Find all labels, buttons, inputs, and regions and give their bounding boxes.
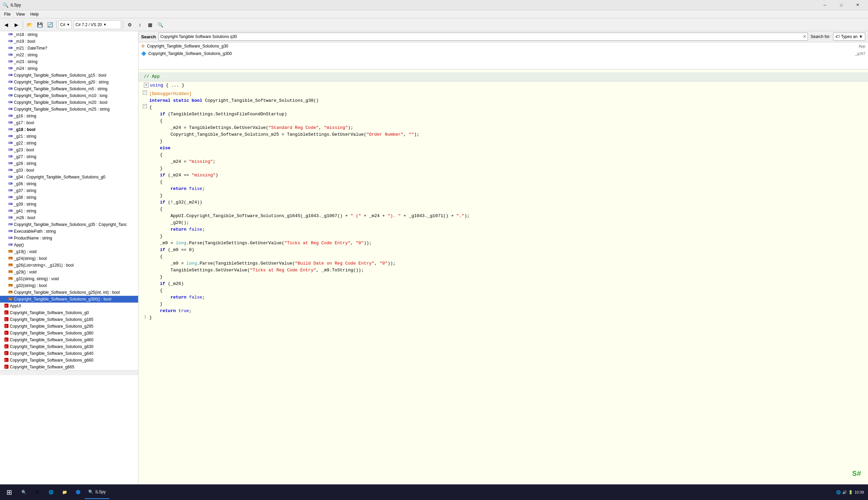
search-clear-button[interactable]: ✕ (803, 34, 806, 39)
tree-item-24[interactable]: _g38 : string (0, 194, 138, 201)
collapse-button-3[interactable]: − (143, 104, 147, 108)
tree-item-29[interactable]: ExecutablePath : string (0, 228, 138, 235)
tree-item-10[interactable]: Copyright_Tangible_Software_Solutions_m2… (0, 99, 138, 106)
tree-item-8[interactable]: Copyright_Tangible_Software_Solutions_m5… (0, 86, 138, 92)
tray-network: 🌐 (836, 490, 841, 495)
tree-item-40[interactable]: CAppUI (0, 303, 138, 309)
tree-item-1[interactable]: _m19 : bool (0, 38, 138, 45)
tree-item-2[interactable]: _m21 : DateTime? (0, 45, 138, 52)
search-result-1[interactable]: 🔷 Copyright_Tangible_Software_Solutions_… (138, 50, 868, 57)
tree-item-26[interactable]: _g41 : string (0, 208, 138, 214)
taskbar-ilspy[interactable]: 🔍 ILSpy (85, 486, 109, 499)
tree-item-25[interactable]: _g39 : string (0, 201, 138, 208)
tree-item-32[interactable]: m_g19() : void (0, 248, 138, 255)
code-using-line: + using { ... } (138, 81, 868, 90)
tree-item-47[interactable]: CCopyright_Tangible_Software_Solutions_g… (0, 350, 138, 357)
tree-item-36[interactable]: m_g31(string, string) : void (0, 275, 138, 282)
forward-button[interactable]: ▶ (12, 20, 21, 30)
tree-item-31[interactable]: App() (0, 241, 138, 248)
tree-item-39[interactable]: mCopyright_Tangible_Software_Solutions_g… (0, 296, 138, 303)
tree-item-45[interactable]: CCopyright_Tangible_Software_Solutions_g… (0, 337, 138, 343)
version-selector[interactable]: C# 7.2 / VS 20 ▼ (74, 20, 121, 29)
h-scrollbar[interactable] (0, 371, 138, 375)
tree-item-18[interactable]: _g27 : string (0, 153, 138, 160)
tree-item-33[interactable]: m_g24(string) : bool (0, 255, 138, 262)
taskbar-search[interactable]: 🔍 (17, 486, 31, 499)
field-icon-0 (8, 32, 13, 38)
tree-item-22[interactable]: _g36 : string (0, 181, 138, 187)
tree-item-11[interactable]: Copyright_Tangible_Software_Solutions_m2… (0, 106, 138, 113)
menu-file[interactable]: File (1, 10, 13, 18)
taskbar-file-explorer[interactable]: 📁 (58, 486, 71, 499)
tree-item-41[interactable]: CCopyright_Tangible_Software_Solutions_g… (0, 309, 138, 316)
tree-label-20: _g33 : bool (14, 168, 34, 173)
tree-item-46[interactable]: CCopyright_Tangible_Software_Solutions_g… (0, 343, 138, 350)
tree-item-43[interactable]: CCopyright_Tangible_Software_Solutions_g… (0, 323, 138, 330)
tree-item-35[interactable]: m_g29() : void (0, 269, 138, 275)
close-button[interactable]: ✕ (850, 0, 865, 10)
line-text-24: if (_m9 == 0) (149, 247, 194, 253)
tree-item-21[interactable]: _g34 : Copyright_Tangible_Software_Solut… (0, 174, 138, 181)
tree-item-20[interactable]: _g33 : bool (0, 167, 138, 174)
tree-item-7[interactable]: Copyright_Tangible_Software_Solutions_g2… (0, 79, 138, 86)
minimize-button[interactable]: ─ (817, 0, 833, 10)
line-text-1: [DebuggerHidden] (149, 91, 192, 97)
code-line-17: if (!_g32(_m24)) (138, 199, 868, 206)
tree-item-0[interactable]: _m18 : string (0, 31, 138, 38)
tree-item-48[interactable]: CCopyright_Tangible_Software_Solutions_g… (0, 357, 138, 364)
menu-view[interactable]: View (13, 10, 27, 18)
tree-item-14[interactable]: _g18 : bool (0, 126, 138, 133)
tree-item-17[interactable]: _g23 : bool (0, 147, 138, 153)
tree-item-34[interactable]: m_g26(List<string>, _g1281) : bool (0, 262, 138, 269)
tree-item-28[interactable]: Copyright_Tangible_Software_Solutions_g3… (0, 221, 138, 228)
settings-button[interactable]: ⚙ (125, 20, 134, 30)
svg-rect-43 (9, 177, 11, 177)
svg-rect-13 (9, 75, 11, 75)
code-line-24: if (_m9 == 0) (138, 247, 868, 253)
tree-item-5[interactable]: _m24 : string (0, 65, 138, 72)
open-button[interactable]: 📂 (25, 20, 34, 30)
sort-button[interactable]: ↕ (135, 20, 145, 30)
tree-item-12[interactable]: _g16 : string (0, 113, 138, 120)
taskbar-task-view[interactable]: ⊟ (31, 486, 44, 499)
tree-item-38[interactable]: mCopyright_Tangible_Software_Solutions_g… (0, 289, 138, 296)
tree-item-3[interactable]: _m22 : string (0, 52, 138, 58)
svg-rect-21 (9, 102, 11, 102)
field-icon-26 (8, 208, 13, 214)
tree-item-49[interactable]: CCopyright_Tangible_Software_g665 (0, 364, 138, 371)
tree-label-17: _g23 : bool (14, 148, 34, 152)
tree-item-19[interactable]: _g28 : string (0, 160, 138, 167)
method-icon-35: m (8, 269, 13, 275)
code-line-3: − { (138, 104, 868, 111)
search-type-dropdown[interactable]: 🏷 Types an ▼ (833, 33, 865, 41)
using-expand-button[interactable]: + (144, 83, 149, 88)
start-button[interactable]: ⊞ (1, 485, 17, 500)
decompile-button[interactable]: ▦ (145, 20, 155, 30)
taskbar-edge[interactable]: 🌐 (44, 486, 58, 499)
language-selector[interactable]: C# ▼ (58, 20, 71, 29)
tree-item-4[interactable]: _m23 : string (0, 58, 138, 65)
back-button[interactable]: ◀ (1, 20, 11, 30)
collapse-button-1[interactable]: − (143, 91, 147, 95)
tree-item-6[interactable]: Copyright_Tangible_Software_Solutions_g1… (0, 72, 138, 79)
refresh-button[interactable]: 🔄 (45, 20, 55, 30)
tree-item-16[interactable]: _g22 : string (0, 140, 138, 147)
tree-item-30[interactable]: ProductName : string (0, 235, 138, 241)
search-input[interactable] (160, 34, 801, 39)
tree-item-44[interactable]: CCopyright_Tangible_Software_Solutions_g… (0, 330, 138, 337)
search-result-0[interactable]: ⚙ Copyright_Tangible_Software_Solutions_… (138, 42, 868, 50)
tree-item-27[interactable]: _m26 : bool (0, 214, 138, 221)
tree-item-42[interactable]: CCopyright_Tangible_Software_Solutions_g… (0, 316, 138, 323)
tree-item-37[interactable]: m_g32(string) : bool (0, 282, 138, 289)
save-button[interactable]: 💾 (35, 20, 44, 30)
tree-item-23[interactable]: _g37 : string (0, 187, 138, 194)
maximize-button[interactable]: □ (833, 0, 849, 10)
tree-item-13[interactable]: _g17 : bool (0, 120, 138, 126)
menu-help[interactable]: Help (27, 10, 42, 18)
taskbar-chrome[interactable]: 🔵 (71, 486, 85, 499)
code-line-8: } (138, 138, 868, 145)
tree-item-9[interactable]: Copyright_Tangible_Software_Solutions_m1… (0, 92, 138, 99)
search-button[interactable]: 🔍 (155, 20, 165, 30)
code-area[interactable]: // App + using { ... } − [DebuggerHidden… (138, 69, 868, 500)
tree-item-15[interactable]: _g21 : string (0, 133, 138, 140)
